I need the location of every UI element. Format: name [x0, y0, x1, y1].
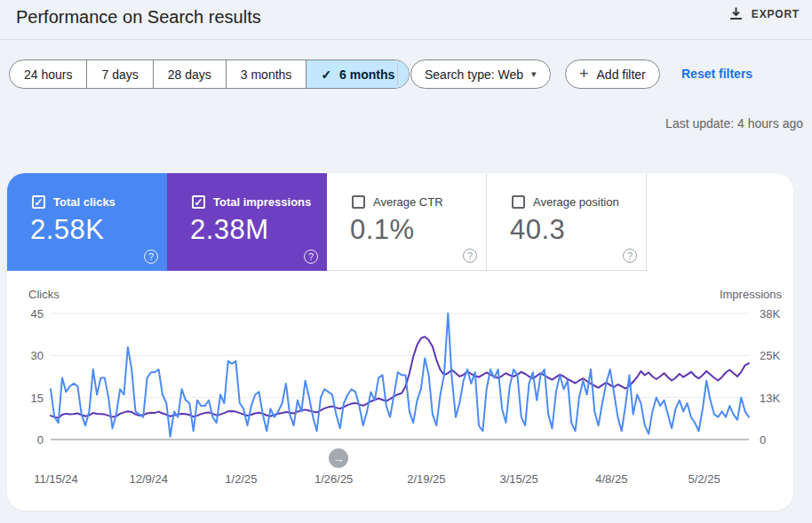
add-filter-label: Add filter — [597, 67, 646, 82]
header-divider — [0, 39, 812, 40]
checkbox-total-clicks[interactable]: ✓ — [32, 195, 45, 209]
checkbox-total-impressions[interactable]: ✓ — [192, 195, 205, 209]
svg-text:Clicks: Clicks — [28, 288, 60, 301]
metric-label: Total clicks — [53, 195, 115, 209]
metric-value: 0.1% — [350, 214, 415, 246]
last-update-text: Last update: 4 hours ago — [665, 116, 803, 131]
chip-6-months-label: 6 months — [339, 67, 394, 82]
help-icon[interactable]: ? — [144, 250, 158, 264]
svg-text:0: 0 — [37, 433, 44, 447]
metric-tile-total-clicks[interactable]: ✓ Total clicks 2.58K ? — [7, 173, 167, 271]
date-range-chip-group: 24 hours 7 days 28 days 3 months ✓ 6 mon… — [9, 59, 410, 89]
chip-6-months[interactable]: ✓ 6 months — [306, 60, 409, 88]
chip-28-days[interactable]: 28 days — [153, 60, 226, 88]
metric-tile-average-ctr[interactable]: Average CTR 0.1% ? — [327, 173, 487, 271]
performance-card: ✓ Total clicks 2.58K ? ✓ Total impressio… — [7, 173, 793, 511]
chip-3-months[interactable]: 3 months — [226, 60, 306, 88]
metric-row: ✓ Total clicks 2.58K ? ✓ Total impressio… — [7, 173, 647, 271]
reset-filters-link[interactable]: Reset filters — [681, 67, 752, 81]
svg-text:2/19/25: 2/19/25 — [407, 472, 445, 486]
page-title: Performance on Search results — [16, 7, 261, 28]
help-icon[interactable]: ? — [304, 250, 318, 264]
export-label: EXPORT — [752, 8, 800, 20]
svg-text:1/2/25: 1/2/25 — [225, 472, 257, 486]
svg-text:30: 30 — [31, 349, 44, 362]
svg-text:15: 15 — [31, 392, 44, 405]
metric-value: 40.3 — [510, 214, 565, 246]
svg-text:1/26/25: 1/26/25 — [314, 472, 353, 486]
svg-text:0: 0 — [760, 433, 766, 447]
svg-text:4/8/25: 4/8/25 — [595, 472, 627, 486]
search-type-label: Search type: Web — [425, 67, 523, 82]
svg-text:13K: 13K — [760, 392, 780, 405]
chart-next-button[interactable]: → — [329, 448, 348, 468]
performance-chart: ClicksImpressions4538K3025K1513K0011/15/… — [7, 284, 793, 493]
svg-text:38K: 38K — [760, 307, 780, 321]
export-button[interactable]: EXPORT — [729, 7, 800, 20]
metric-label: Total impressions — [213, 195, 311, 209]
metric-value: 2.58K — [30, 214, 105, 246]
plus-icon: + — [579, 65, 589, 83]
help-icon[interactable]: ? — [623, 249, 637, 263]
add-filter-button[interactable]: + Add filter — [565, 59, 660, 89]
svg-text:45: 45 — [31, 307, 44, 321]
svg-text:5/2/25: 5/2/25 — [688, 472, 720, 486]
check-icon: ✓ — [321, 67, 331, 82]
checkbox-average-position[interactable] — [512, 195, 525, 209]
metric-label: Average CTR — [373, 195, 443, 209]
chip-24-hours[interactable]: 24 hours — [10, 60, 86, 88]
svg-text:Impressions: Impressions — [720, 288, 783, 301]
chevron-down-icon: ▾ — [531, 68, 537, 80]
svg-text:25K: 25K — [760, 349, 780, 362]
metric-value: 2.38M — [190, 214, 269, 246]
checkbox-average-ctr[interactable] — [352, 195, 365, 209]
download-icon — [729, 7, 743, 20]
help-icon[interactable]: ? — [463, 249, 477, 263]
chip-7-days[interactable]: 7 days — [86, 60, 152, 88]
svg-text:11/15/24: 11/15/24 — [34, 472, 78, 486]
metric-tile-average-position[interactable]: Average position 40.3 ? — [487, 173, 647, 271]
svg-text:12/9/24: 12/9/24 — [130, 472, 168, 486]
search-type-dropdown[interactable]: Search type: Web ▾ — [410, 59, 551, 89]
svg-text:3/15/25: 3/15/25 — [499, 472, 537, 486]
metric-tile-total-impressions[interactable]: ✓ Total impressions 2.38M ? — [167, 173, 327, 271]
filter-divider — [397, 63, 398, 85]
metric-label: Average position — [533, 195, 619, 209]
impressions-line — [51, 337, 749, 418]
